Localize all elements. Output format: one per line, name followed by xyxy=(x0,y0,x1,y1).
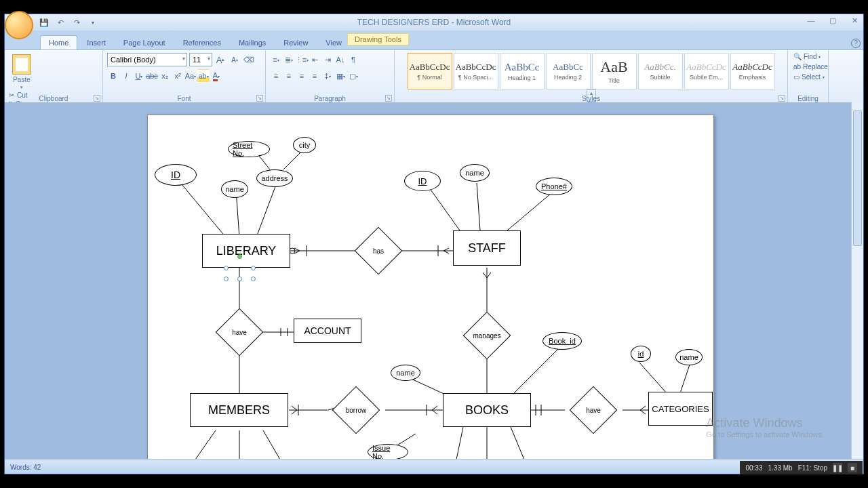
save-icon[interactable]: 💾 xyxy=(39,17,50,28)
resize-handle[interactable] xyxy=(237,277,242,281)
select-button[interactable]: ▭Select▾ xyxy=(792,72,824,82)
font-size-combo[interactable]: 11▾ xyxy=(189,53,212,66)
rel-have-cat[interactable]: have xyxy=(576,393,610,427)
style-emphasis[interactable]: AaBbCcDcEmphasis xyxy=(730,53,775,89)
entity-categories[interactable]: CATEGORIES xyxy=(648,392,713,426)
shading-button[interactable]: ▦▾ xyxy=(334,69,347,83)
rotate-handle[interactable] xyxy=(237,254,242,259)
style-normal[interactable]: AaBbCcDc¶ Normal xyxy=(408,53,452,89)
entity-books[interactable]: BOOKS xyxy=(443,393,531,427)
entity-staff[interactable]: STAFF xyxy=(453,230,521,266)
bullets-button[interactable]: ≡▾ xyxy=(270,53,282,66)
align-center-button[interactable]: ≡ xyxy=(283,69,295,83)
attr-cat-name[interactable]: name xyxy=(675,349,703,365)
attr-staff-name[interactable]: name xyxy=(460,164,490,182)
replace-button[interactable]: abReplace xyxy=(792,62,824,72)
borders-button[interactable]: ▢▾ xyxy=(347,69,359,83)
resize-handle[interactable] xyxy=(224,277,229,281)
rel-has[interactable]: has xyxy=(361,234,395,268)
resize-handle[interactable] xyxy=(251,277,256,281)
align-right-button[interactable]: ≡ xyxy=(296,69,308,83)
tab-page-layout[interactable]: Page Layout xyxy=(115,36,174,49)
tab-review[interactable]: Review xyxy=(275,36,316,49)
style-heading2[interactable]: AaBbCcHeading 2 xyxy=(546,53,591,89)
word-count[interactable]: Words: 42 xyxy=(10,464,41,471)
multilevel-button[interactable]: ⋮≡▾ xyxy=(296,53,308,66)
office-button[interactable] xyxy=(5,11,33,39)
resize-handle[interactable] xyxy=(224,266,229,270)
bold-button[interactable]: B xyxy=(107,69,119,83)
change-case-button[interactable]: Aa▾ xyxy=(184,69,197,83)
font-name-combo[interactable]: Calibri (Body)▾ xyxy=(107,53,187,66)
undo-icon[interactable]: ↶ xyxy=(55,17,66,28)
help-icon[interactable]: ? xyxy=(851,39,861,48)
increase-indent-button[interactable]: ⇥ xyxy=(321,53,334,66)
attr-library-name[interactable]: name xyxy=(221,180,248,198)
show-marks-button[interactable]: ¶ xyxy=(347,53,359,66)
document-area[interactable]: ID name address Street No. city LIBERARY… xyxy=(5,102,851,459)
superscript-button[interactable]: x² xyxy=(172,69,184,83)
tab-view[interactable]: View xyxy=(317,36,350,49)
tab-insert[interactable]: Insert xyxy=(79,36,114,49)
attr-cat-id[interactable]: id xyxy=(631,346,651,362)
style-heading1[interactable]: AaBbCcHeading 1 xyxy=(500,53,545,89)
entity-account[interactable]: ACCOUNT xyxy=(294,319,361,343)
stop-icon[interactable]: ■ xyxy=(848,463,857,472)
subscript-button[interactable]: x₂ xyxy=(159,69,171,83)
attr-library-id[interactable]: ID xyxy=(155,164,197,186)
rel-manages[interactable]: manages xyxy=(470,319,504,352)
pause-icon[interactable]: ❚❚ xyxy=(833,463,842,472)
dialog-launcher-icon[interactable]: ↘ xyxy=(256,95,263,102)
redo-icon[interactable]: ↷ xyxy=(71,17,82,28)
style-no-spacing[interactable]: AaBbCcDc¶ No Spaci... xyxy=(454,53,498,89)
justify-button[interactable]: ≡ xyxy=(309,69,321,83)
dialog-launcher-icon[interactable]: ↘ xyxy=(778,95,785,102)
paste-button[interactable]: Paste ▾ xyxy=(9,52,35,90)
resize-handle[interactable] xyxy=(251,266,256,270)
chevron-down-icon[interactable]: ▾ xyxy=(182,56,185,62)
page[interactable]: ID name address Street No. city LIBERARY… xyxy=(147,115,714,459)
find-button[interactable]: 🔍Find▾ xyxy=(792,52,824,62)
attr-book-id[interactable]: Book_id xyxy=(542,332,582,350)
close-button[interactable]: ✕ xyxy=(848,16,861,25)
shrink-font-button[interactable]: A▾ xyxy=(229,53,241,66)
attr-staff-id[interactable]: ID xyxy=(404,171,441,191)
qat-customize-icon[interactable]: ▾ xyxy=(87,17,98,28)
strikethrough-button[interactable]: abc xyxy=(146,69,158,83)
style-subtitle[interactable]: AaBbCc.Subtitle xyxy=(638,53,683,89)
clear-formatting-button[interactable]: ⌫ xyxy=(243,53,255,66)
attr-phone[interactable]: Phone# xyxy=(536,178,572,195)
chevron-down-icon[interactable]: ▾ xyxy=(208,56,210,62)
grow-font-button[interactable]: A▴ xyxy=(214,53,226,66)
rel-borrow[interactable]: borrow xyxy=(339,393,373,427)
numbering-button[interactable]: ≣▾ xyxy=(283,53,295,66)
scroll-thumb[interactable] xyxy=(853,110,862,246)
entity-members[interactable]: MEMBERS xyxy=(190,393,288,427)
maximize-button[interactable]: ▢ xyxy=(827,16,839,25)
minimize-button[interactable]: — xyxy=(805,16,817,25)
tab-home[interactable]: Home xyxy=(40,35,77,49)
tab-mailings[interactable]: Mailings xyxy=(231,36,274,49)
attr-issue-no[interactable]: Issue No. xyxy=(368,444,408,459)
sort-button[interactable]: A↓ xyxy=(334,53,347,66)
italic-button[interactable]: I xyxy=(120,69,132,83)
tab-references[interactable]: References xyxy=(175,36,229,49)
chevron-down-icon[interactable]: ▾ xyxy=(20,85,23,90)
attr-street-no[interactable]: Street No. xyxy=(228,141,270,157)
dialog-launcher-icon[interactable]: ↘ xyxy=(94,95,100,102)
align-left-button[interactable]: ≡ xyxy=(270,69,282,83)
highlight-button[interactable]: ab▾ xyxy=(197,69,210,83)
line-spacing-button[interactable]: ‡▾ xyxy=(321,69,334,83)
rel-have[interactable]: have xyxy=(222,315,256,349)
attr-book-name[interactable]: name xyxy=(391,365,420,381)
underline-button[interactable]: U▾ xyxy=(133,69,145,83)
attr-library-address[interactable]: address xyxy=(256,169,293,187)
dialog-launcher-icon[interactable]: ↘ xyxy=(385,95,392,102)
style-subtle-emphasis[interactable]: AaBbCcDcSubtle Em... xyxy=(684,53,729,89)
vertical-scrollbar[interactable] xyxy=(851,102,863,459)
selection-handles[interactable] xyxy=(226,258,253,285)
attr-city[interactable]: city xyxy=(293,137,316,153)
decrease-indent-button[interactable]: ⇤ xyxy=(309,53,321,66)
font-color-button[interactable]: A▾ xyxy=(210,69,222,83)
style-title[interactable]: AaBTitle xyxy=(592,53,637,89)
